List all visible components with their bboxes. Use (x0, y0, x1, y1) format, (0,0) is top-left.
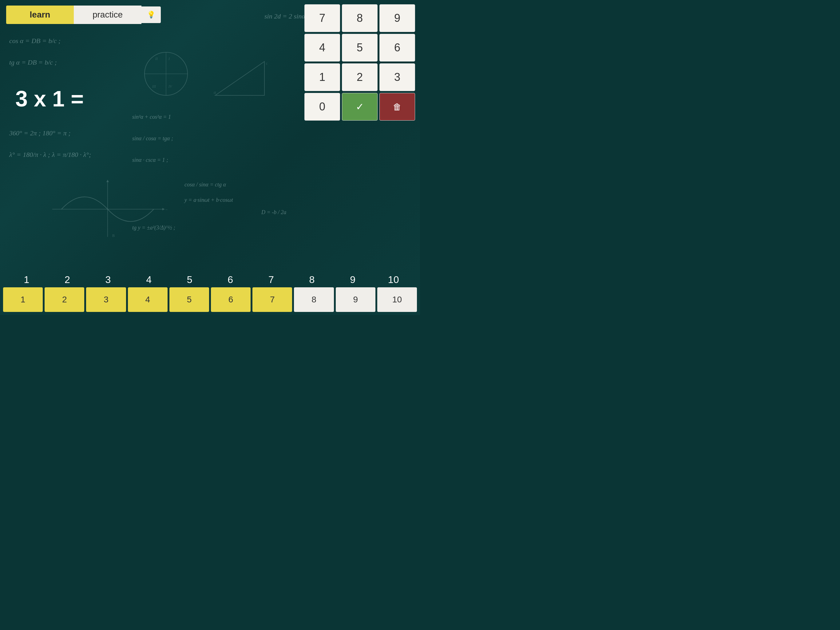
selector-2[interactable]: 2 (44, 287, 84, 312)
selector-8[interactable]: 8 (294, 287, 333, 312)
selector-1[interactable]: 1 (3, 287, 43, 312)
numpad-4[interactable]: 4 (305, 34, 340, 62)
numpad-grid: 7 8 9 4 5 6 1 2 3 0 ✓ 🗑 (305, 4, 415, 120)
selector-row: 1 2 3 4 5 6 7 8 9 10 (3, 287, 417, 312)
selector-9[interactable]: 9 (336, 287, 376, 312)
selector-6[interactable]: 6 (211, 287, 251, 312)
numpad-7[interactable]: 7 (305, 4, 340, 32)
label-7: 7 (253, 274, 290, 285)
numpad-container: 7 8 9 4 5 6 1 2 3 0 ✓ 🗑 (305, 4, 415, 120)
numpad-9[interactable]: 9 (379, 4, 415, 32)
selector-3[interactable]: 3 (86, 287, 126, 312)
hint-icon: 💡 (147, 11, 155, 19)
tab-learn[interactable]: learn (6, 6, 74, 24)
selector-5[interactable]: 5 (169, 287, 209, 312)
numpad-confirm[interactable]: ✓ (342, 93, 377, 120)
numpad-delete[interactable]: 🗑 (379, 93, 415, 120)
label-6: 6 (212, 274, 249, 285)
main-container: learn practice 💡 3 x 1 = 7 8 9 4 5 6 1 2… (0, 0, 420, 315)
trash-icon: 🗑 (393, 102, 401, 112)
multiplier-labels: 1 2 3 4 5 6 7 8 9 10 (3, 274, 417, 287)
checkmark-icon: ✓ (356, 101, 364, 112)
label-2: 2 (49, 274, 86, 285)
bottom-area: 1 2 3 4 5 6 7 8 9 10 1 2 3 4 5 6 7 8 9 1… (0, 271, 420, 315)
label-5: 5 (171, 274, 208, 285)
label-3: 3 (90, 274, 126, 285)
numpad-2[interactable]: 2 (342, 63, 377, 91)
label-10: 10 (375, 274, 412, 285)
label-1: 1 (8, 274, 45, 285)
label-4: 4 (130, 274, 167, 285)
label-9: 9 (334, 274, 371, 285)
numpad-1[interactable]: 1 (305, 63, 340, 91)
selector-10[interactable]: 10 (377, 287, 417, 312)
numpad-6[interactable]: 6 (379, 34, 415, 62)
tab-practice[interactable]: practice (74, 6, 141, 24)
selector-7[interactable]: 7 (253, 287, 292, 312)
equation-text: 3 x 1 = (15, 86, 84, 111)
label-8: 8 (293, 274, 330, 285)
numpad-3[interactable]: 3 (379, 63, 415, 91)
numpad-0[interactable]: 0 (305, 93, 340, 120)
equation-display: 3 x 1 = (15, 86, 84, 111)
numpad-5[interactable]: 5 (342, 34, 377, 62)
tab-hint[interactable]: 💡 (141, 6, 161, 23)
numpad-8[interactable]: 8 (342, 4, 377, 32)
selector-4[interactable]: 4 (128, 287, 167, 312)
